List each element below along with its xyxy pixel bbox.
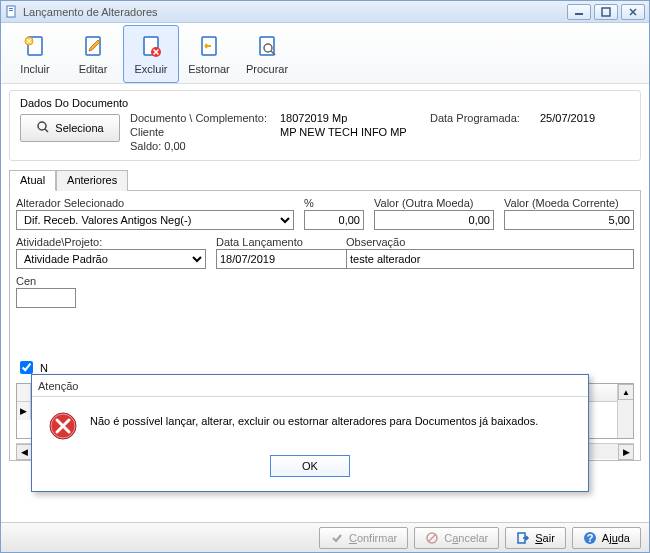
- delete-doc-icon: [137, 33, 165, 61]
- editar-button[interactable]: Editar: [65, 25, 121, 83]
- app-icon: [5, 5, 19, 19]
- error-icon: [48, 411, 78, 441]
- cancel-icon: [425, 531, 439, 545]
- procurar-button[interactable]: Procurar: [239, 25, 295, 83]
- svg-rect-0: [7, 6, 15, 17]
- ok-button[interactable]: OK: [270, 455, 350, 477]
- content-area: Dados Do Documento Seleciona Documento \…: [1, 84, 649, 522]
- attention-dialog: Atenção Não é possível lançar, alterar, …: [31, 374, 589, 492]
- modal-overlay: Atenção Não é possível lançar, alterar, …: [1, 84, 649, 522]
- check-icon: [330, 531, 344, 545]
- svg-rect-3: [575, 13, 583, 15]
- minimize-button[interactable]: [567, 4, 591, 20]
- edit-doc-icon: [79, 33, 107, 61]
- excluir-button[interactable]: Excluir: [123, 25, 179, 83]
- incluir-button[interactable]: Incluir: [7, 25, 63, 83]
- search-doc-icon: [253, 33, 281, 61]
- sair-button[interactable]: Sair: [505, 527, 566, 549]
- help-icon: ?: [583, 531, 597, 545]
- estornar-button[interactable]: Estornar: [181, 25, 237, 83]
- svg-rect-4: [602, 8, 610, 16]
- confirmar-button[interactable]: Confirmar: [319, 527, 408, 549]
- window-title: Lançamento de Alteradores: [23, 6, 567, 18]
- reverse-doc-icon: [195, 33, 223, 61]
- svg-rect-1: [9, 8, 13, 9]
- svg-rect-2: [9, 10, 13, 11]
- maximize-button[interactable]: [594, 4, 618, 20]
- svg-text:?: ?: [586, 532, 593, 544]
- cancelar-button[interactable]: Cancelar: [414, 527, 499, 549]
- dialog-message: Não é possível lançar, alterar, excluir …: [90, 411, 538, 427]
- new-doc-icon: [21, 33, 49, 61]
- titlebar: Lançamento de Alteradores: [1, 1, 649, 23]
- dialog-title: Atenção: [32, 375, 588, 397]
- toolbar: Incluir Editar Excluir Estornar Procurar: [1, 23, 649, 84]
- close-button[interactable]: [621, 4, 645, 20]
- app-window: Lançamento de Alteradores Incluir Editar…: [0, 0, 650, 553]
- exit-icon: [516, 531, 530, 545]
- button-bar: Confirmar Cancelar Sair ? Ajuda: [1, 522, 649, 552]
- ajuda-button[interactable]: ? Ajuda: [572, 527, 641, 549]
